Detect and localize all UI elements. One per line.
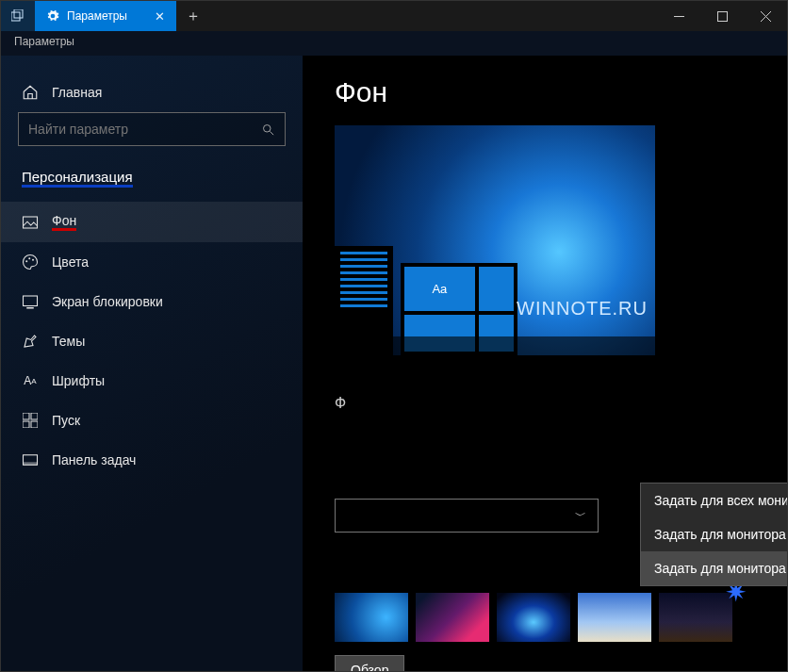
background-preview: Aa WINNOTE.RU xyxy=(335,125,655,355)
theme-icon xyxy=(22,333,39,350)
svg-line-7 xyxy=(270,131,273,135)
svg-point-9 xyxy=(25,260,27,262)
background-type-dropdown[interactable]: ﹀ xyxy=(335,499,599,533)
search-input[interactable] xyxy=(18,112,286,146)
sidebar-home[interactable]: Главная xyxy=(1,73,303,112)
svg-rect-15 xyxy=(31,413,38,419)
thumbnail[interactable] xyxy=(659,593,732,642)
sidebar-item-label: Пуск xyxy=(52,413,80,428)
new-tab-button[interactable]: ＋ xyxy=(176,1,210,31)
tab-system-icon[interactable] xyxy=(1,1,35,31)
gear-icon xyxy=(46,9,59,23)
context-item-all-monitors[interactable]: Задать для всех мониторов xyxy=(641,484,787,517)
svg-rect-12 xyxy=(24,296,38,306)
sidebar-item-label: Панель задач xyxy=(52,452,136,467)
svg-point-10 xyxy=(28,257,30,259)
sidebar-item-themes[interactable]: Темы xyxy=(1,321,303,361)
svg-point-6 xyxy=(264,124,271,132)
sidebar-item-label: Экран блокировки xyxy=(52,294,163,309)
tab-settings[interactable]: Параметры ✕ xyxy=(35,1,176,31)
close-button[interactable] xyxy=(744,1,787,31)
sidebar-item-background[interactable]: Фон xyxy=(1,202,303,242)
browse-button[interactable]: Обзор xyxy=(335,655,404,671)
sidebar-item-label: Темы xyxy=(52,334,85,349)
palette-icon xyxy=(22,254,39,270)
thumbnail[interactable] xyxy=(497,593,570,642)
sidebar-section: Персонализация xyxy=(1,159,154,190)
watermark-text: WINNOTE.RU xyxy=(517,298,648,320)
dropdown-label-fragment: Ф xyxy=(335,395,346,412)
minimize-button[interactable] xyxy=(657,1,700,31)
font-icon: AA xyxy=(22,372,39,389)
preview-tile: Aa xyxy=(404,267,475,311)
sidebar-item-label: Шрифты xyxy=(52,373,105,388)
page-title: Фон xyxy=(335,76,787,108)
window-subheader: Параметры xyxy=(1,31,787,56)
context-menu: Задать для всех мониторов Задать для мон… xyxy=(640,483,787,586)
svg-rect-14 xyxy=(23,413,29,419)
svg-rect-8 xyxy=(24,217,38,228)
sidebar-item-fonts[interactable]: AA Шрифты xyxy=(1,361,303,401)
maximize-button[interactable] xyxy=(700,1,744,31)
thumbnail[interactable] xyxy=(335,593,408,642)
svg-rect-1 xyxy=(14,9,23,18)
chevron-down-icon: ﹀ xyxy=(575,508,586,524)
tab-label: Параметры xyxy=(67,9,127,23)
titlebar: Параметры ✕ ＋ xyxy=(1,1,787,31)
context-item-monitor-1[interactable]: Задать для монитора 1 xyxy=(641,517,787,551)
svg-rect-13 xyxy=(26,307,34,309)
background-thumbnails xyxy=(335,593,732,642)
svg-rect-0 xyxy=(11,12,20,21)
sidebar-home-label: Главная xyxy=(52,85,102,100)
search-field[interactable] xyxy=(28,122,261,137)
tab-close-icon[interactable]: ✕ xyxy=(155,9,165,24)
sidebar-item-lockscreen[interactable]: Экран блокировки xyxy=(1,282,303,321)
thumbnail[interactable] xyxy=(578,593,651,642)
search-icon xyxy=(261,123,275,137)
lockscreen-icon xyxy=(22,293,39,310)
sidebar-item-taskbar[interactable]: Панель задач xyxy=(1,440,303,480)
thumbnail[interactable] xyxy=(416,593,489,642)
sidebar-item-start[interactable]: Пуск xyxy=(1,401,303,440)
svg-rect-17 xyxy=(31,421,38,428)
svg-rect-16 xyxy=(23,421,29,428)
image-icon xyxy=(22,214,39,231)
taskbar-icon xyxy=(22,451,39,468)
context-item-monitor-2[interactable]: Задать для монитора 2 xyxy=(641,551,787,585)
sidebar: Главная Персонализация Фон Цвета Экран б… xyxy=(1,56,303,671)
content-area: Фон Aa WINNOTE.RU Ф ﹀ Задать для всех мо… xyxy=(303,56,787,671)
start-icon xyxy=(22,412,39,429)
svg-point-11 xyxy=(32,259,34,261)
sidebar-item-label: Фон xyxy=(52,213,76,231)
home-icon xyxy=(22,84,39,101)
svg-rect-3 xyxy=(717,11,727,21)
sidebar-item-colors[interactable]: Цвета xyxy=(1,242,303,282)
svg-rect-19 xyxy=(24,462,38,465)
sidebar-item-label: Цвета xyxy=(52,254,89,270)
